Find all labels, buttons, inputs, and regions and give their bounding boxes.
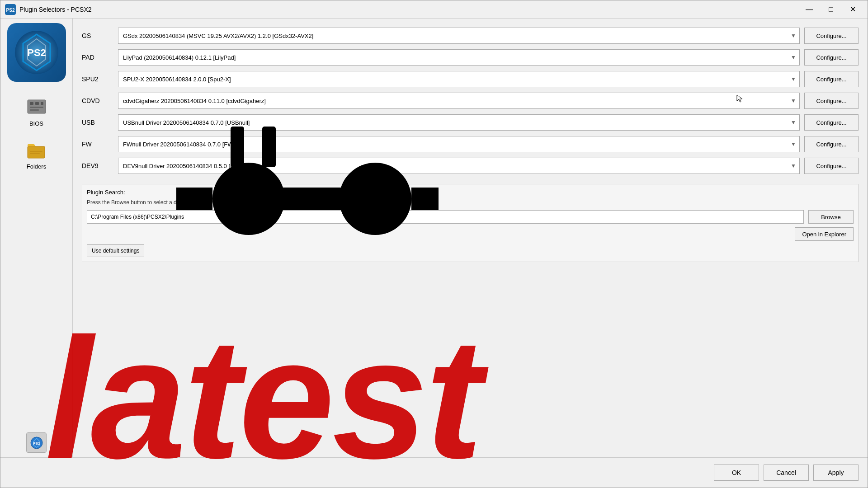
plugin-search-section: Plugin Search: Press the Browse button t… [82, 184, 859, 262]
svg-text:PS2: PS2 [33, 441, 40, 446]
svg-text:PS2: PS2 [27, 47, 46, 58]
titlebar-title: Plugin Selectors - PCSX2 [19, 6, 799, 13]
plugin-section-actions: Open in Explorer [87, 227, 854, 241]
svg-rect-11 [30, 109, 39, 111]
cdvd-select[interactable]: cdvdGigaherz 20200506140834 0.11.0 [cdvd… [118, 93, 800, 109]
minimize-button[interactable]: — [799, 3, 820, 16]
usb-row: USB USBnull Driver 20200506140834 0.7.0 … [82, 114, 859, 131]
plugin-path-row: Browse [87, 210, 854, 224]
cdvd-label: CDVD [82, 97, 118, 104]
spu2-select[interactable]: SPU2-X 20200506140834 2.0.0 [Spu2-X] [118, 71, 800, 87]
svg-rect-8 [35, 102, 39, 105]
dev9-select[interactable]: DEV9null Driver 20200506140834 0.5.0 [DE… [118, 158, 800, 174]
sidebar-item-folders[interactable]: Folders [9, 134, 64, 174]
fw-configure-button[interactable]: Configure... [804, 136, 859, 152]
fw-select-wrapper: FWnull Driver 20200506140834 0.7.0 [FWnu… [118, 136, 800, 152]
sidebar-taskbar: PS2 [0, 428, 72, 457]
titlebar: PS2 Plugin Selectors - PCSX2 — □ ✕ [0, 0, 868, 19]
pad-label: PAD [82, 54, 118, 61]
main-panel: GS GSdx 20200506140834 (MSVC 19.25 AVX2/… [73, 19, 868, 457]
cdvd-configure-button[interactable]: Configure... [804, 93, 859, 109]
fw-select[interactable]: FWnull Driver 20200506140834 0.7.0 [FWnu… [118, 136, 800, 152]
cdvd-select-wrapper: cdvdGigaherz 20200506140834 0.11.0 [cdvd… [118, 93, 800, 109]
taskbar-item[interactable]: PS2 [26, 432, 47, 453]
svg-text:PS2: PS2 [6, 8, 15, 13]
cancel-button[interactable]: Cancel [764, 465, 809, 481]
fw-label: FW [82, 141, 118, 148]
ok-button[interactable]: OK [714, 465, 759, 481]
apply-button[interactable]: Apply [813, 465, 859, 481]
sidebar: PS2 BIOS [0, 19, 73, 457]
usb-select-wrapper: USBnull Driver 20200506140834 0.7.0 [USB… [118, 114, 800, 131]
folders-icon [25, 138, 48, 161]
dev9-select-wrapper: DEV9null Driver 20200506140834 0.5.0 [DE… [118, 158, 800, 174]
spu2-configure-button[interactable]: Configure... [804, 71, 859, 87]
fw-row: FW FWnull Driver 20200506140834 0.7.0 [F… [82, 136, 859, 152]
plugin-info-text: Press the Browse button to select a diff… [87, 199, 854, 206]
spu2-label: SPU2 [82, 75, 118, 83]
svg-rect-12 [28, 146, 45, 158]
usb-configure-button[interactable]: Configure... [804, 114, 859, 131]
bios-icon [25, 95, 48, 118]
spu2-row: SPU2 SPU2-X 20200506140834 2.0.0 [Spu2-X… [82, 71, 859, 87]
titlebar-logo: PS2 [5, 4, 16, 15]
close-button[interactable]: ✕ [842, 3, 863, 16]
browse-button[interactable]: Browse [808, 210, 854, 224]
spu2-select-wrapper: SPU2-X 20200506140834 2.0.0 [Spu2-X] ▼ [118, 71, 800, 87]
use-default-button[interactable]: Use default settings [87, 244, 144, 257]
plugin-path-input[interactable] [87, 210, 804, 224]
maximize-button[interactable]: □ [821, 3, 841, 16]
dev9-row: DEV9 DEV9null Driver 20200506140834 0.5.… [82, 158, 859, 174]
content-area: PS2 BIOS [0, 19, 868, 457]
use-default-row: Use default settings [87, 244, 854, 257]
svg-rect-7 [30, 102, 33, 105]
cdvd-row: CDVD cdvdGigaherz 20200506140834 0.11.0 … [82, 93, 859, 109]
titlebar-controls: — □ ✕ [799, 3, 863, 16]
pad-select[interactable]: LilyPad (20200506140834) 0.12.1 [LilyPad… [118, 49, 800, 66]
svg-rect-14 [30, 153, 40, 154]
svg-rect-9 [41, 102, 43, 105]
spacer [82, 262, 859, 448]
pad-select-wrapper: LilyPad (20200506140834) 0.12.1 [LilyPad… [118, 49, 800, 66]
svg-rect-10 [30, 107, 43, 108]
gs-row: GS GSdx 20200506140834 (MSVC 19.25 AVX2/… [82, 28, 859, 44]
plugin-search-label: Plugin Search: [87, 189, 854, 196]
pad-configure-button[interactable]: Configure... [804, 49, 859, 66]
main-window: PS2 Plugin Selectors - PCSX2 — □ ✕ [0, 0, 868, 488]
gs-configure-button[interactable]: Configure... [804, 28, 859, 44]
svg-rect-13 [30, 151, 42, 152]
gs-select-wrapper: GSdx 20200506140834 (MSVC 19.25 AVX2/AVX… [118, 28, 800, 44]
folders-label: Folders [27, 163, 46, 170]
pcsx2-logo: PS2 [7, 23, 66, 82]
pad-row: PAD LilyPad (20200506140834) 0.12.1 [Lil… [82, 49, 859, 66]
open-explorer-button[interactable]: Open in Explorer [795, 227, 854, 241]
bios-label: BIOS [29, 120, 43, 127]
usb-label: USB [82, 119, 118, 126]
dev9-configure-button[interactable]: Configure... [804, 158, 859, 174]
gs-label: GS [82, 32, 118, 39]
usb-select[interactable]: USBnull Driver 20200506140834 0.7.0 [USB… [118, 114, 800, 131]
sidebar-item-bios[interactable]: BIOS [9, 91, 64, 131]
bottom-bar: OK Cancel Apply [0, 457, 868, 488]
dev9-label: DEV9 [82, 162, 118, 169]
gs-select[interactable]: GSdx 20200506140834 (MSVC 19.25 AVX2/AVX… [118, 28, 800, 44]
